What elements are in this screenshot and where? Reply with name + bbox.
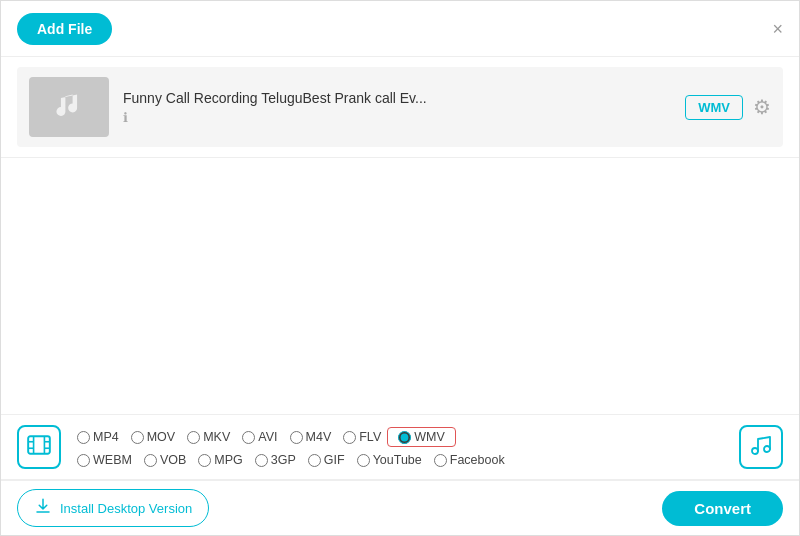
format-mov[interactable]: MOV (125, 430, 181, 444)
file-list: Funny Call Recording TeluguBest Prank ca… (1, 57, 799, 158)
svg-point-7 (752, 448, 758, 454)
add-file-button[interactable]: Add File (17, 13, 112, 45)
format-facebook[interactable]: Facebook (428, 453, 511, 467)
format-avi[interactable]: AVI (236, 430, 283, 444)
format-options-container: MP4 MOV MKV AVI M4V FLV WMV (71, 427, 729, 467)
file-item: Funny Call Recording TeluguBest Prank ca… (17, 67, 783, 147)
download-icon (34, 497, 52, 519)
format-webm[interactable]: WEBM (71, 453, 138, 467)
format-mkv[interactable]: MKV (181, 430, 236, 444)
convert-button[interactable]: Convert (662, 491, 783, 526)
format-youtube[interactable]: YouTube (351, 453, 428, 467)
install-label: Install Desktop Version (60, 501, 192, 516)
format-row-1: MP4 MOV MKV AVI M4V FLV WMV (71, 427, 729, 447)
format-row-2: WEBM VOB MPG 3GP GIF YouTube Facebook (71, 453, 729, 467)
film-icon (26, 432, 52, 462)
format-3gp[interactable]: 3GP (249, 453, 302, 467)
music-icon (51, 89, 87, 125)
format-vob[interactable]: VOB (138, 453, 192, 467)
format-panel: MP4 MOV MKV AVI M4V FLV WMV (1, 414, 799, 480)
footer-bar: Install Desktop Version Convert (1, 480, 799, 535)
format-flv[interactable]: FLV (337, 430, 387, 444)
file-name: Funny Call Recording TeluguBest Prank ca… (123, 90, 671, 106)
format-badge[interactable]: WMV (685, 95, 743, 120)
format-m4v[interactable]: M4V (284, 430, 338, 444)
close-button[interactable]: × (772, 20, 783, 38)
format-mp4[interactable]: MP4 (71, 430, 125, 444)
format-mpg[interactable]: MPG (192, 453, 248, 467)
file-thumbnail (29, 77, 109, 137)
top-bar: Add File × (1, 1, 799, 57)
svg-rect-0 (28, 436, 50, 453)
format-wmv[interactable]: WMV (392, 430, 451, 444)
format-gif[interactable]: GIF (302, 453, 351, 467)
audio-note-icon (749, 433, 773, 461)
install-desktop-button[interactable]: Install Desktop Version (17, 489, 209, 527)
video-format-icon[interactable] (17, 425, 61, 469)
settings-icon[interactable]: ⚙ (753, 95, 771, 119)
file-info: Funny Call Recording TeluguBest Prank ca… (123, 90, 671, 125)
info-icon[interactable]: ℹ (123, 110, 671, 125)
main-area (1, 158, 799, 378)
file-actions: WMV ⚙ (685, 95, 771, 120)
audio-format-button[interactable] (739, 425, 783, 469)
wmv-highlight: WMV (387, 427, 456, 447)
